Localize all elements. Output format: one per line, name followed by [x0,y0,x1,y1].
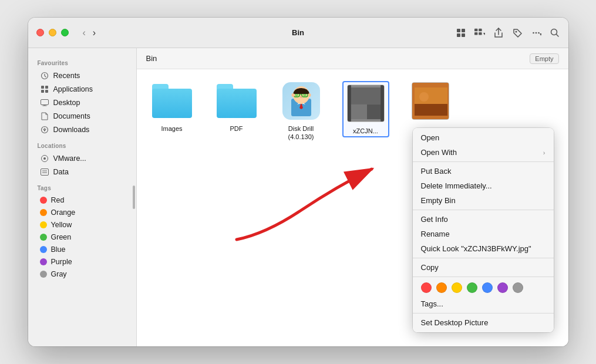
cm-delete-immediately-label: Delete Immediately... [421,181,492,190]
maximize-button[interactable] [61,29,69,36]
minimize-button[interactable] [49,29,56,36]
file-item-photo[interactable] [407,81,454,124]
cm-color-red[interactable] [421,282,432,293]
cm-empty-bin[interactable]: Empty Bin [413,193,554,208]
svg-text:▾: ▾ [483,31,485,36]
main-header-title: Bin [146,54,157,63]
cm-sep-2 [413,210,554,210]
sidebar-item-orange[interactable]: Orange [31,207,134,218]
sidebar-item-desktop[interactable]: Desktop [31,96,134,109]
sidebar-item-yellow[interactable]: Yellow [31,219,134,231]
svg-point-41 [300,96,302,98]
downloads-label: Downloads [53,126,90,134]
empty-button[interactable]: Empty [530,53,558,64]
search-icon[interactable] [550,28,560,38]
data-label: Data [53,168,69,176]
pdf-folder-icon [217,81,257,121]
svg-rect-1 [462,29,465,32]
tags-section-label: Tags [28,179,136,194]
cm-color-tags [413,279,554,296]
back-button[interactable]: ‹ [80,27,88,39]
vmware-label: VMware... [53,154,86,163]
cm-set-desktop[interactable]: Set Desktop Picture [413,315,554,330]
sidebar-item-applications[interactable]: Applications [31,83,134,96]
file-item-images[interactable]: Images [149,81,196,133]
cm-delete-immediately[interactable]: Delete Immediately... [413,178,554,193]
sidebar-item-red[interactable]: Red [31,194,134,206]
documents-label: Documents [53,112,90,120]
sidebar: Favourites Recents [28,48,137,346]
window-body: Favourites Recents [28,48,568,346]
close-button[interactable] [36,29,44,36]
svg-point-10 [533,32,534,33]
purple-tag-dot [40,258,47,265]
scrollbar[interactable] [133,186,135,209]
cm-color-blue[interactable] [482,282,493,293]
blue-tag-label: Blue [51,245,66,254]
cm-color-purple[interactable] [497,282,508,293]
cm-set-desktop-label: Set Desktop Picture [421,318,489,327]
share-icon[interactable] [493,28,504,38]
titlebar-actions: ▾ ▾ [456,28,560,38]
sidebar-item-gray[interactable]: Gray [31,268,134,280]
sidebar-item-recents[interactable]: Recents [31,69,134,82]
pdf-folder-label: PDF [230,124,243,133]
svg-rect-50 [381,85,384,122]
desktop-icon [40,98,49,107]
gray-tag-dot [40,271,47,278]
cm-copy[interactable]: Copy [413,260,554,275]
desktop-label: Desktop [53,99,80,107]
cm-sep-1 [413,161,554,162]
main-content: Images PDF [137,69,568,346]
sidebar-item-green[interactable]: Green [31,231,134,243]
svg-rect-47 [349,105,366,119]
svg-rect-18 [45,86,48,89]
cm-color-orange[interactable] [436,282,447,293]
sidebar-item-vmware[interactable]: VMware... [31,152,134,165]
sidebar-item-blue[interactable]: Blue [31,244,134,255]
disk-drill-label: Disk Drill (4.0.130) [288,124,314,141]
tag-icon[interactable] [512,28,523,38]
svg-text:▾: ▾ [540,32,541,37]
red-arrow [231,151,407,245]
sidebar-item-documents[interactable]: Documents [31,110,134,123]
purple-tag-label: Purple [51,258,72,266]
svg-rect-0 [457,29,460,32]
svg-rect-20 [45,90,48,93]
svg-rect-46 [349,87,381,105]
sidebar-item-downloads[interactable]: Downloads [31,123,134,136]
cm-quick-look[interactable]: Quick Look "xZCJN3BFkWY.jpg" [413,241,554,256]
cm-put-back[interactable]: Put Back [413,164,554,178]
file-item-pdf[interactable]: PDF [213,81,260,133]
cm-open[interactable]: Open [413,130,554,145]
svg-rect-6 [474,32,477,35]
xzcjn-label: xZCJN... [353,127,378,135]
cm-open-with[interactable]: Open With › [413,145,554,160]
sidebar-item-purple[interactable]: Purple [31,256,134,268]
cm-color-yellow[interactable] [452,282,462,293]
images-folder-label: Images [161,124,182,133]
cm-open-with-label: Open With [421,148,457,157]
cm-color-green[interactable] [467,282,477,293]
main-panel: Bin Empty Images [137,48,568,346]
cm-color-gray[interactable] [513,282,523,293]
cm-get-info[interactable]: Get Info [413,212,554,227]
forward-button[interactable]: › [90,27,98,39]
blue-tag-dot [40,246,47,253]
favourites-section-label: Favourites [28,54,136,69]
sidebar-item-data[interactable]: Data [31,166,134,178]
view-list-icon[interactable]: ▾ [474,28,485,38]
file-item-xzcjn[interactable]: xZCJN... [342,81,389,137]
red-tag-dot [40,197,47,204]
documents-icon [40,112,49,121]
cm-rename[interactable]: Rename [413,227,554,241]
svg-rect-4 [474,28,477,31]
file-item-disk-drill[interactable]: Disk Drill (4.0.130) [278,81,325,141]
svg-point-11 [535,32,537,33]
cm-tags[interactable]: Tags... [413,296,554,311]
view-grid-icon[interactable] [456,28,466,38]
svg-rect-5 [479,28,481,31]
yellow-tag-dot [40,221,47,228]
svg-line-15 [556,34,558,36]
more-icon[interactable]: ▾ [531,28,541,38]
